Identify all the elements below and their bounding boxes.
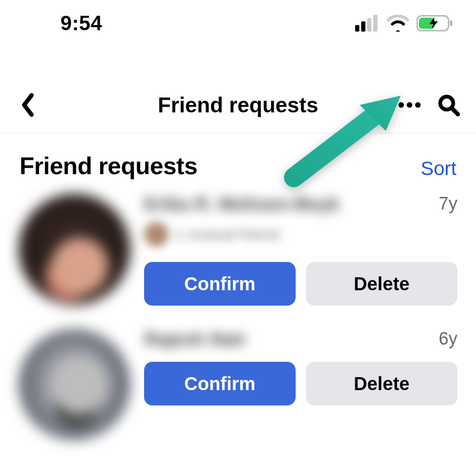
mutual-friends[interactable]: 1 mutual friend [144,222,457,246]
svg-line-11 [452,108,458,114]
request-age: 6y [439,329,457,349]
svg-rect-0 [355,25,359,32]
avatar[interactable] [19,194,130,305]
avatar-image [19,194,130,305]
avatar-image [19,329,130,440]
requester-name[interactable]: Rajesh Nair [144,329,246,350]
svg-rect-1 [361,21,365,32]
sort-button[interactable]: Sort [421,157,456,180]
request-age: 7y [439,194,457,214]
confirm-button[interactable]: Confirm [144,362,296,405]
avatar[interactable] [19,329,130,440]
friend-request-item: Rajesh Nair 6y Confirm Delete [0,306,476,440]
section-title: Friend requests [20,152,198,180]
delete-button[interactable]: Delete [306,262,457,306]
svg-rect-3 [373,15,377,32]
svg-point-8 [407,102,412,108]
nav-header: Friend requests [0,77,476,133]
status-time: 9:54 [60,12,102,35]
friend-request-item: Erika R. Mohsen-Beyk 7y 1 mutual friend … [0,180,476,306]
search-icon [437,93,460,117]
confirm-button[interactable]: Confirm [144,262,296,306]
ellipsis-icon [398,102,421,108]
section-header: Friend requests Sort [0,133,476,180]
svg-rect-2 [367,18,371,32]
mutual-avatar-icon [144,222,168,246]
delete-button[interactable]: Delete [306,362,457,405]
status-icons [355,14,453,32]
mutual-friends-text: 1 mutual friend [175,225,279,243]
status-bar: 9:54 [0,0,476,46]
battery-charging-icon [416,14,453,32]
svg-rect-6 [450,20,452,26]
more-options-button[interactable] [398,102,421,108]
requester-name[interactable]: Erika R. Mohsen-Beyk [144,194,339,215]
chevron-left-icon [20,92,35,118]
svg-point-9 [415,102,421,108]
wifi-icon [387,15,409,32]
search-button[interactable] [437,93,460,117]
back-button[interactable] [20,92,35,118]
cellular-signal-icon [355,15,379,32]
svg-point-7 [398,102,404,108]
spacer [0,46,476,77]
